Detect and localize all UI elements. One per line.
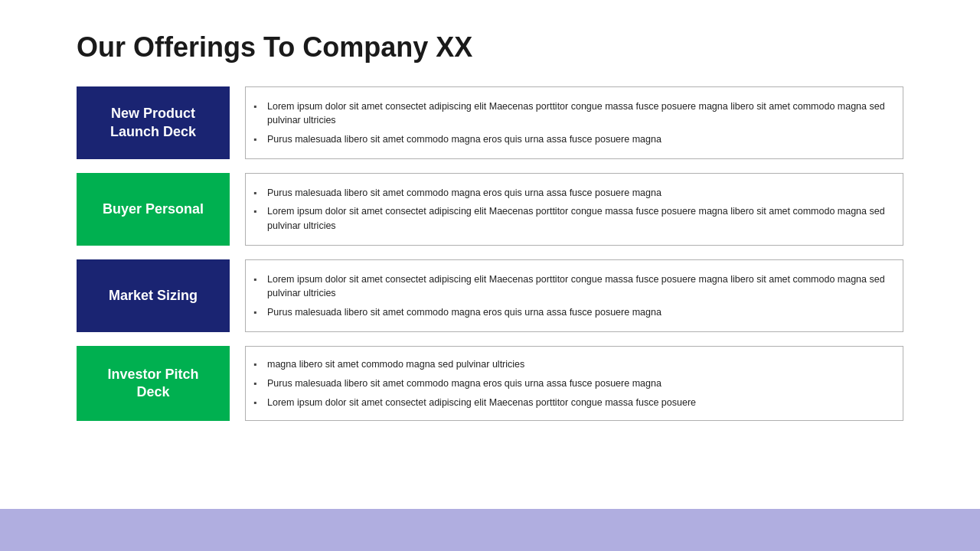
offerings-list: New Product Launch DeckLorem ipsum dolor… [77, 86, 903, 421]
offering-label-new-product-launch: New Product Launch Deck [77, 86, 230, 159]
page-title: Our Offerings To Company XX [77, 31, 903, 64]
offering-label-market-sizing: Market Sizing [77, 259, 230, 332]
offering-content-new-product-launch: Lorem ipsum dolor sit amet consectet adi… [245, 86, 903, 159]
offering-bullet: Purus malesuada libero sit amet commodo … [253, 132, 887, 147]
offering-row: Investor Pitch Deckmagna libero sit amet… [77, 346, 903, 421]
offering-label-buyer-personal: Buyer Personal [77, 173, 230, 246]
offering-bullet: Lorem ipsum dolor sit amet consectet adi… [253, 396, 887, 410]
offering-bullet: Lorem ipsum dolor sit amet consectet adi… [253, 272, 887, 302]
offering-content-market-sizing: Lorem ipsum dolor sit amet consectet adi… [245, 259, 903, 332]
offering-bullet: Lorem ipsum dolor sit amet consectet adi… [253, 204, 887, 233]
offering-bullet: magna libero sit amet commodo magna sed … [253, 357, 887, 372]
offering-bullet: Purus malesuada libero sit amet commodo … [253, 186, 887, 201]
offering-row: New Product Launch DeckLorem ipsum dolor… [77, 86, 903, 159]
content-area: Our Offerings To Company XX New Product … [0, 0, 980, 421]
offering-bullet: Purus malesuada libero sit amet commodo … [253, 377, 887, 391]
offering-content-investor-pitch-deck: magna libero sit amet commodo magna sed … [245, 346, 903, 421]
offering-row: Buyer PersonalPurus malesuada libero sit… [77, 173, 903, 246]
offering-bullet: Lorem ipsum dolor sit amet consectet adi… [253, 99, 887, 129]
offering-row: Market SizingLorem ipsum dolor sit amet … [77, 259, 903, 332]
offering-label-investor-pitch-deck: Investor Pitch Deck [77, 346, 230, 421]
page-container: Our Offerings To Company XX New Product … [0, 0, 980, 551]
offering-bullet: Purus malesuada libero sit amet commodo … [253, 305, 887, 320]
offering-content-buyer-personal: Purus malesuada libero sit amet commodo … [245, 173, 903, 246]
bottom-bar [0, 509, 980, 551]
